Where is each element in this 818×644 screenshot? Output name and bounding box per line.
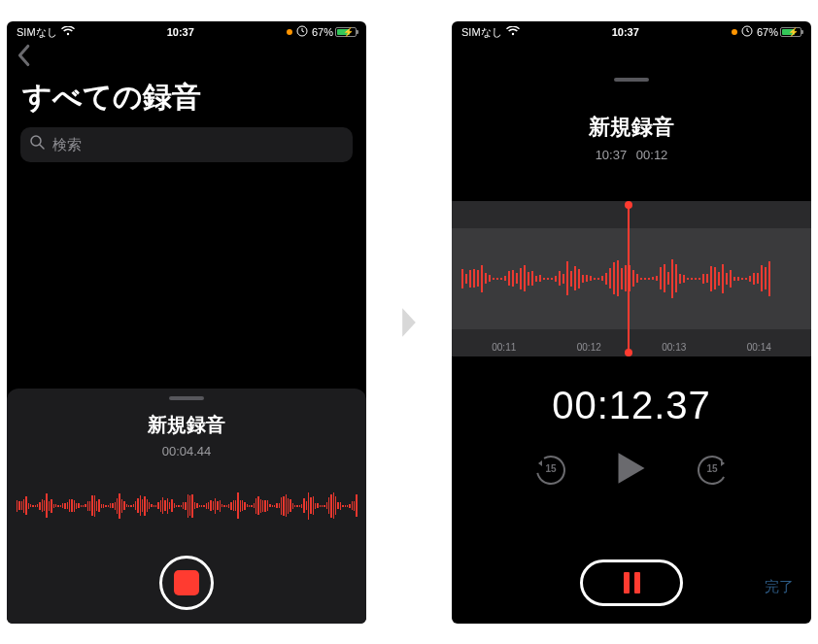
pause-icon [624,572,630,593]
recording-indicator-dot [287,29,292,35]
pause-icon [634,572,640,593]
waveform-scrubber[interactable]: 00:11 00:12 00:13 00:14 [452,201,811,356]
ruler-tick: 00:14 [717,342,802,353]
wifi-icon [506,26,520,38]
recording-duration: 00:12 [636,148,668,162]
battery-indicator: 67% ⚡ [757,26,801,38]
waveform [452,228,811,329]
ruler-tick: 00:12 [547,342,632,353]
rotation-lock-icon [741,25,753,39]
transition-arrow-icon [390,306,428,339]
rewind-15-button[interactable]: 15 [534,454,567,487]
done-button[interactable]: 完了 [765,578,794,596]
voice-memos-recording-screen: SIMなし 10:37 67% ⚡ 新規録音 10:37 00:12 [452,21,811,624]
drawer-grabber[interactable] [614,78,649,82]
ruler-tick: 00:11 [461,342,547,353]
svg-line-2 [40,145,44,149]
recording-clock-time: 10:37 [596,148,628,162]
page-title: すべての録音 [7,74,366,127]
status-time: 10:37 [75,26,287,38]
recording-indicator-dot [732,29,737,35]
waveform [7,486,366,526]
pause-recording-button[interactable] [580,559,683,606]
carrier-text: SIMなし [17,25,57,40]
stop-icon [174,570,199,595]
battery-indicator: 67% ⚡ [312,26,357,38]
time-ruler: 00:11 00:12 00:13 00:14 [452,342,811,353]
wifi-icon [61,26,75,38]
search-field[interactable] [20,127,353,162]
battery-percent: 67% [312,26,333,38]
recording-subtitle: 10:37 00:12 [452,148,811,162]
playhead-cursor[interactable] [628,205,630,353]
battery-percent: 67% [757,26,778,38]
back-button[interactable] [15,44,32,71]
recording-title: 新規録音 [452,113,811,142]
play-button[interactable] [616,451,647,490]
rotation-lock-icon [296,25,308,39]
skip-amount-label: 15 [534,463,567,474]
drawer-grabber[interactable] [169,396,204,400]
elapsed-timer: 00:12.37 [452,384,811,427]
carrier-text: SIMなし [461,25,502,40]
ruler-tick: 00:13 [631,342,717,353]
status-bar: SIMなし 10:37 67% ⚡ [452,21,811,41]
status-bar: SIMなし 10:37 67% ⚡ [7,21,366,41]
forward-15-button[interactable]: 15 [696,454,729,487]
recording-drawer: 新規録音 00:04.44 [7,389,366,624]
recording-title: 新規録音 [148,412,225,438]
recording-elapsed: 00:04.44 [162,444,212,458]
search-input[interactable] [52,136,343,153]
stop-recording-button[interactable] [159,556,214,610]
search-icon [30,135,45,153]
status-time: 10:37 [520,26,732,38]
skip-amount-label: 15 [696,463,729,474]
voice-memos-list-screen: SIMなし 10:37 67% ⚡ すべての録音 新 [7,21,366,624]
